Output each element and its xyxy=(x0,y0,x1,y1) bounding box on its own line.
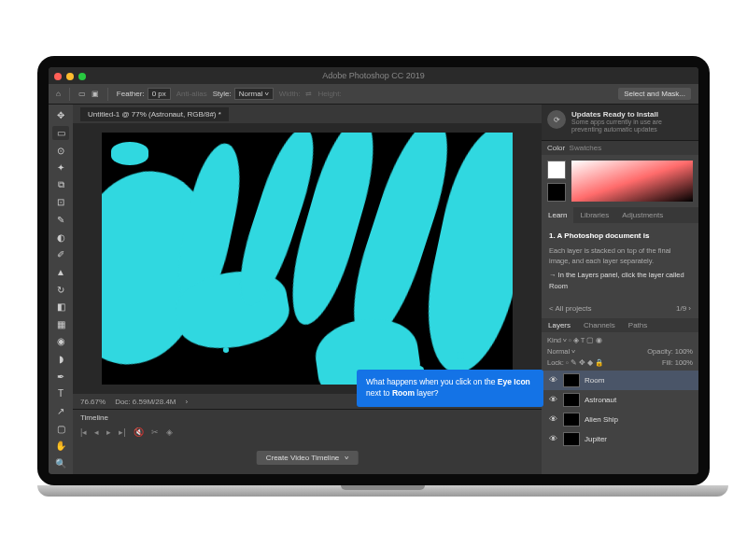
feather-label: Feather: xyxy=(117,90,145,98)
select-and-mask-button[interactable]: Select and Mask... xyxy=(618,88,691,100)
window-title: Adobe Photoshop CC 2019 xyxy=(49,67,698,84)
eye-icon[interactable]: 👁 xyxy=(547,413,558,425)
home-icon[interactable]: ⌂ xyxy=(56,90,61,98)
type-tool-icon[interactable]: T xyxy=(52,386,69,401)
brush-tool-icon[interactable]: ✐ xyxy=(52,247,69,262)
layer-name: Room xyxy=(585,376,604,385)
kind-filter[interactable]: Kind xyxy=(547,336,561,344)
crop-tool-icon[interactable]: ⧉ xyxy=(52,178,69,193)
canvas[interactable] xyxy=(102,133,513,385)
back-to-projects[interactable]: < All projects xyxy=(549,304,592,313)
color-picker[interactable] xyxy=(571,161,693,202)
tutorial-tooltip: What happens when you click on the Eye I… xyxy=(357,370,543,407)
blur-tool-icon[interactable]: ◉ xyxy=(52,334,69,349)
maximize-button[interactable] xyxy=(78,73,86,80)
eraser-tool-icon[interactable]: ◧ xyxy=(52,300,69,315)
timeline-first-icon[interactable]: |◂ xyxy=(80,427,87,437)
fill-label: Fill: xyxy=(662,358,673,367)
doc-size: Doc: 6.59M/28.4M xyxy=(115,398,176,406)
opacity-label: Opacity: xyxy=(647,347,673,356)
timeline-cut-icon[interactable]: ✂ xyxy=(151,427,159,437)
layer-name: Alien Ship xyxy=(585,415,618,424)
fill-value[interactable]: 100% xyxy=(675,358,693,367)
update-title: Updates Ready to Install xyxy=(571,110,693,119)
timeline-transition-icon[interactable]: ◈ xyxy=(166,427,173,437)
selection-mode-icon[interactable]: ▭ xyxy=(78,90,86,98)
layer-thumbnail[interactable] xyxy=(563,373,580,387)
tool-palette: ✥ ▭ ⊙ ✦ ⧉ ⊡ ✎ ◐ ✐ ▲ ↻ ◧ ▦ ◉ ◗ ✒ T ↗ ▢ ✋ … xyxy=(49,105,73,474)
minimize-button[interactable] xyxy=(66,73,74,80)
timeline-prev-icon[interactable]: ◂ xyxy=(94,427,99,437)
lasso-tool-icon[interactable]: ⊙ xyxy=(52,143,69,158)
create-video-timeline-button[interactable]: Create Video Timelinev xyxy=(257,451,359,465)
path-tool-icon[interactable]: ↗ xyxy=(52,404,69,419)
dodge-tool-icon[interactable]: ◗ xyxy=(52,352,69,367)
channels-tab[interactable]: Channels xyxy=(577,318,622,332)
update-subtitle: Some apps currently in use are preventin… xyxy=(571,119,693,134)
antialias-checkbox: Anti-alias xyxy=(176,90,207,98)
foreground-color[interactable] xyxy=(547,161,566,179)
zoom-level[interactable]: 76.67% xyxy=(80,398,106,406)
gradient-tool-icon[interactable]: ▦ xyxy=(52,317,69,332)
color-panel-tab[interactable]: Color xyxy=(547,144,565,152)
layer-thumbnail[interactable] xyxy=(563,393,580,407)
move-tool-icon[interactable]: ✥ xyxy=(52,108,69,123)
layer-name: Jupiter xyxy=(585,435,607,443)
learn-heading: 1. A Photoshop document is xyxy=(549,231,691,242)
blend-mode-select[interactable]: Normal v xyxy=(547,347,575,356)
layer-row[interactable]: 👁 Astronaut xyxy=(542,390,698,410)
layers-tab[interactable]: Layers xyxy=(542,318,577,332)
eyedropper-tool-icon[interactable]: ✎ xyxy=(52,213,69,228)
layer-list: 👁 Room 👁 Astronaut 👁 Alien Ship 👁 xyxy=(542,371,698,474)
update-icon: ⟳ xyxy=(547,110,566,129)
zoom-tool-icon[interactable]: 🔍 xyxy=(52,456,69,471)
timeline-play-icon[interactable]: ▸ xyxy=(106,427,111,437)
adjustments-tab[interactable]: Adjustments xyxy=(615,207,669,223)
learn-instruction: → In the Layers panel, click the layer c… xyxy=(549,270,691,291)
libraries-tab[interactable]: Libraries xyxy=(573,207,615,223)
timeline-panel: Timeline |◂ ◂ ▸ ▸| 🔇 ✂ ◈ Create Video Ti… xyxy=(73,409,542,474)
paths-tab[interactable]: Paths xyxy=(622,318,654,332)
layer-thumbnail[interactable] xyxy=(563,432,580,446)
timeline-label: Timeline xyxy=(80,413,534,422)
layer-thumbnail[interactable] xyxy=(563,413,580,427)
timeline-next-icon[interactable]: ▸| xyxy=(119,427,125,437)
height-label: Height: xyxy=(317,90,341,98)
wand-tool-icon[interactable]: ✦ xyxy=(52,161,69,175)
selection-add-icon[interactable]: ▣ xyxy=(92,90,99,98)
layer-name: Astronaut xyxy=(585,396,616,404)
layer-row[interactable]: 👁 Room xyxy=(542,371,698,390)
options-bar: ⌂ ▭ ▣ Feather:0 px Anti-alias Style:Norm… xyxy=(49,84,698,105)
style-label: Style: xyxy=(213,90,232,98)
eye-icon[interactable]: 👁 xyxy=(547,433,558,444)
eye-icon[interactable]: 👁 xyxy=(547,394,558,405)
frame-tool-icon[interactable]: ⊡ xyxy=(52,195,69,210)
close-button[interactable] xyxy=(54,73,62,80)
history-brush-icon[interactable]: ↻ xyxy=(52,282,69,297)
timeline-audio-icon[interactable]: 🔇 xyxy=(134,427,144,437)
step-counter: 1/9 › xyxy=(676,304,691,313)
style-select[interactable]: Normal v xyxy=(234,88,274,100)
healing-tool-icon[interactable]: ◐ xyxy=(52,230,69,245)
stamp-tool-icon[interactable]: ▲ xyxy=(52,265,69,280)
swatches-panel-tab[interactable]: Swatches xyxy=(570,144,602,152)
shape-tool-icon[interactable]: ▢ xyxy=(52,421,69,436)
lock-label: Lock: xyxy=(547,358,564,367)
update-banner[interactable]: ⟳ Updates Ready to Install Some apps cur… xyxy=(542,105,698,141)
layer-row[interactable]: 👁 Alien Ship xyxy=(542,410,698,429)
marquee-tool-icon[interactable]: ▭ xyxy=(52,126,69,141)
hand-tool-icon[interactable]: ✋ xyxy=(52,439,69,454)
opacity-value[interactable]: 100% xyxy=(675,347,693,356)
feather-input[interactable]: 0 px xyxy=(148,88,171,100)
layer-row[interactable]: 👁 Jupiter xyxy=(542,429,698,449)
eye-icon[interactable]: 👁 xyxy=(547,374,558,385)
learn-tab[interactable]: Learn xyxy=(542,207,573,223)
background-color[interactable] xyxy=(547,183,566,202)
document-tab[interactable]: Untitled-1 @ 77% (Astronaut, RGB/8#) * xyxy=(80,107,229,121)
pen-tool-icon[interactable]: ✒ xyxy=(52,369,69,384)
learn-paragraph: Each layer is stacked on top of the fina… xyxy=(549,245,691,267)
width-label: Width: xyxy=(279,90,301,98)
